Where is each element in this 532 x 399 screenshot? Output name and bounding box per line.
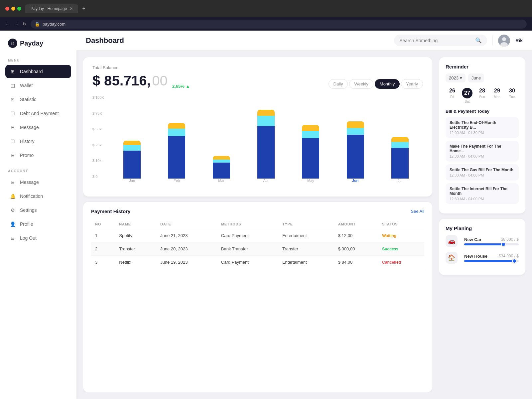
sidebar-item-message[interactable]: ⊟ Message xyxy=(5,121,71,134)
col-amount: AMOUNT xyxy=(334,219,378,229)
close-dot[interactable] xyxy=(5,7,9,11)
col-status: STATUS xyxy=(378,219,424,229)
search-icon[interactable]: 🔍 xyxy=(475,37,482,44)
planning-card: My Planing 🚗 New Car $8.000 / $ 🏠 New Ho… xyxy=(439,219,525,275)
chart-bar-group-feb xyxy=(156,95,197,179)
cal-day-30[interactable]: 30Tue xyxy=(505,88,519,103)
cell-status: Waiting xyxy=(378,229,424,242)
bar-segment-yellow xyxy=(347,121,364,128)
payment-card: Payment History See All NO NAME DATE MET… xyxy=(83,202,432,392)
cal-day-27[interactable]: 27Sat xyxy=(461,88,474,103)
reload-button[interactable]: ↻ xyxy=(23,21,27,27)
bar-segment-blue xyxy=(123,151,141,179)
status-badge: Cancelled xyxy=(382,259,401,266)
bar-feb xyxy=(168,123,185,179)
table-row: 1 Spotify June 21, 2023 Card Payment Ent… xyxy=(91,229,424,242)
plan-progress-dot[interactable] xyxy=(501,242,506,247)
y-label-75k: $ 75K xyxy=(92,111,107,115)
cell-method: Bank Transfer xyxy=(217,242,278,256)
filter-daily[interactable]: Daily xyxy=(329,79,348,89)
table-row: 3 Netflix June 19, 2023 Card Payment Ent… xyxy=(91,256,424,269)
cell-date: June 21, 2023 xyxy=(156,229,217,242)
cell-type: Entertaiment xyxy=(278,256,334,269)
new-tab-button[interactable]: + xyxy=(82,6,85,12)
plan-item: 🚗 New Car $8.000 / $ xyxy=(446,235,519,247)
main-content: Dashboard 🔍 Rik Total Balance $ 85 xyxy=(76,31,532,399)
cell-amount: $ 12,00 xyxy=(334,229,378,242)
plan-progress-bar xyxy=(464,260,519,262)
chart-x-labels: JanFebMarAprMayJunJul xyxy=(109,179,423,189)
maximize-dot[interactable] xyxy=(17,7,21,11)
sidebar-item-profile[interactable]: 👤 Profile xyxy=(5,217,71,231)
sidebar-item-acc-message[interactable]: ⊟ Message xyxy=(5,176,71,189)
filter-monthly[interactable]: Monthly xyxy=(375,79,400,89)
sidebar-item-settings[interactable]: ⚙ Settings xyxy=(5,203,71,217)
cal-day-28[interactable]: 28Sun xyxy=(475,88,489,103)
see-all-button[interactable]: See All xyxy=(411,209,424,214)
bill-title: Settle The Gas Bill For The Month xyxy=(450,168,515,172)
chart-y-labels: $ 100K $ 75K $ 50k $ 25k $ 10k $ 0 xyxy=(92,95,107,179)
calendar-row: 26Fri27Sat28Sun29Mon30Tue xyxy=(446,88,519,103)
minimize-dot[interactable] xyxy=(11,7,15,11)
forward-button[interactable]: → xyxy=(14,21,19,27)
filter-weekly[interactable]: Weekly xyxy=(349,79,373,89)
plan-progress-dot[interactable] xyxy=(512,259,517,263)
bill-items: Settle The End-Of-Month Electricity B...… xyxy=(446,117,519,204)
browser-address-bar: ← → ↻ 🔒 payday.com xyxy=(0,17,532,31)
tab-close-icon[interactable]: ✕ xyxy=(69,6,73,11)
back-button[interactable]: ← xyxy=(5,21,10,27)
sidebar-item-debt[interactable]: ☐ Debt And Payment xyxy=(5,107,71,120)
sidebar-item-promo[interactable]: ⊟ Promo xyxy=(5,149,71,162)
bill-item[interactable]: Settle The End-Of-Month Electricity B...… xyxy=(446,117,519,138)
cal-day-num: 30 xyxy=(509,88,515,94)
reminder-card: Reminder 2023 ▾ June 26Fri27Sat28Sun29Mo… xyxy=(439,57,525,213)
cell-method: Card Payment xyxy=(217,229,278,242)
cell-status: Cancelled xyxy=(378,256,424,269)
bill-item[interactable]: Settle The Gas Bill For The Month12:30 A… xyxy=(446,164,519,181)
plan-icon: 🏠 xyxy=(446,252,458,264)
bar-mar xyxy=(213,156,230,179)
bill-item[interactable]: Make The Payment For The Home...12:30 AM… xyxy=(446,141,519,162)
address-bar[interactable]: 🔒 payday.com xyxy=(31,20,527,29)
year-selector[interactable]: 2023 ▾ xyxy=(446,73,466,82)
payment-card-header: Payment History See All xyxy=(91,208,424,214)
bill-item[interactable]: Settle The Internet Bill For The Month12… xyxy=(446,183,519,204)
cal-day-name: Mon xyxy=(494,95,500,99)
cal-day-name: Tue xyxy=(509,95,515,99)
browser-tab[interactable]: Payday - Homepage ✕ xyxy=(25,4,78,13)
cell-type: Entertaiment xyxy=(278,229,334,242)
search-input[interactable] xyxy=(399,38,472,43)
cal-day-26[interactable]: 26Fri xyxy=(446,88,459,103)
month-selector[interactable]: June xyxy=(468,73,484,82)
bar-segment-yellow xyxy=(257,110,275,116)
filter-yearly[interactable]: Yearly xyxy=(401,79,423,89)
sidebar-item-wallet[interactable]: ◫ Wallet xyxy=(5,79,71,92)
sidebar-item-dashboard[interactable]: ⊞ Dashboard xyxy=(5,65,71,78)
tab-title: Payday - Homepage xyxy=(31,6,67,11)
payment-history-title: Payment History xyxy=(91,208,130,214)
plan-progress-fill xyxy=(464,260,514,262)
y-label-25k: $ 25k xyxy=(92,143,107,147)
cal-day-num: 28 xyxy=(479,88,485,94)
bar-segment-blue xyxy=(257,126,275,179)
cal-day-num: 29 xyxy=(494,88,500,94)
cal-day-29[interactable]: 29Mon xyxy=(490,88,504,103)
reminder-title: Reminder xyxy=(446,64,519,69)
balance-card: Total Balance $ 85.716,00 2,65% ▲ Daily … xyxy=(83,57,432,197)
bar-segment-blue xyxy=(213,163,230,179)
bar-segment-yellow xyxy=(168,123,185,129)
sidebar-item-history[interactable]: ☐ History xyxy=(5,135,71,148)
sidebar-item-logout[interactable]: ⊟ Log Out xyxy=(5,231,71,245)
bill-title: Settle The End-Of-Month Electricity B... xyxy=(450,120,515,130)
y-label-0: $ 0 xyxy=(92,175,107,179)
chart-bar-group-jun xyxy=(335,95,375,179)
logout-icon: ⊟ xyxy=(9,235,16,241)
plan-amount: $34.000 / $ xyxy=(499,254,519,259)
bill-time: 12:30 AM - 04:00 PM xyxy=(450,197,515,201)
sidebar-item-statistic[interactable]: ⊡ Statistic xyxy=(5,93,71,106)
cell-no: 2 xyxy=(91,242,115,256)
sidebar-label-history: History xyxy=(20,139,35,144)
sidebar-item-notification[interactable]: 🔔 Notification xyxy=(5,190,71,203)
sidebar-label-logout: Log Out xyxy=(20,235,37,241)
bill-title: Make The Payment For The Home... xyxy=(450,144,515,153)
